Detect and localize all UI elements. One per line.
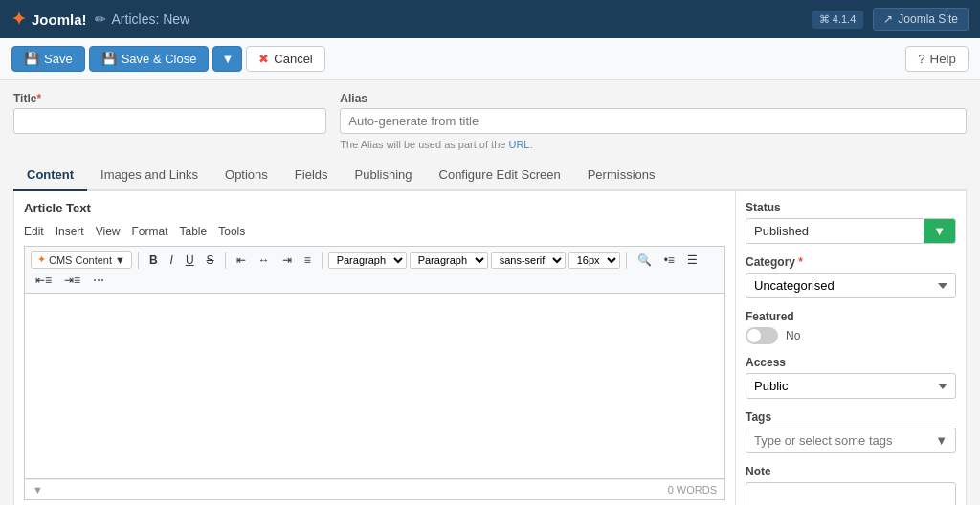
toolbar: 💾 Save 💾 Save & Close ▼ ✖ Cancel ? Help [0, 38, 980, 80]
editor-menu-edit[interactable]: Edit [24, 225, 44, 238]
editor-area-wrap: ▼ 0 WORDS [24, 293, 725, 500]
help-button[interactable]: ? Help [905, 46, 969, 72]
tab-configure-edit-screen[interactable]: Configure Edit Screen [426, 160, 574, 191]
editor-footer: ▼ 0 WORDS [24, 479, 725, 500]
alias-input[interactable] [340, 108, 967, 134]
align-center-button[interactable]: ↔ [254, 252, 275, 269]
editor-body[interactable] [24, 293, 725, 479]
bullet-list-button[interactable]: •≡ [659, 252, 679, 269]
cms-dropdown-icon: ▼ [115, 254, 125, 266]
cancel-button[interactable]: ✖ Cancel [246, 46, 324, 72]
joomla-logo-text: Joomla! [32, 11, 87, 28]
status-value: Published [746, 219, 924, 243]
joomla-flame-icon: ✦ [11, 9, 26, 30]
joomla-logo: ✦ Joomla! [11, 9, 87, 30]
note-label: Note [746, 465, 956, 478]
alias-hint: The Alias will be used as part of the UR… [340, 139, 967, 150]
editor-resize-handle: ▼ [33, 484, 43, 495]
tags-dropdown-arrow[interactable]: ▼ [927, 428, 955, 452]
editor-toolbar: ✦ CMS Content ▼ B I U S ⇤ ↔ ⇥ ≡ [24, 246, 725, 293]
cms-label: CMS Content [49, 254, 112, 266]
category-label: Category * [746, 255, 956, 269]
access-select[interactable]: Public [746, 373, 956, 399]
separator-1 [138, 252, 139, 269]
page-title: Articles: New [112, 11, 190, 27]
url-link[interactable]: URL [508, 139, 529, 150]
italic-button[interactable]: I [166, 252, 178, 269]
save-button[interactable]: 💾 Save [11, 46, 85, 72]
title-label: Title* [13, 92, 326, 105]
search-button[interactable]: 🔍 [633, 252, 657, 269]
title-input[interactable] [13, 108, 326, 134]
paragraph-format-select[interactable]: Paragraph [328, 252, 407, 269]
content-panel: Article Text Edit Insert View Format Tab… [13, 191, 967, 505]
tags-input[interactable] [746, 428, 927, 452]
underline-button[interactable]: U [181, 252, 199, 269]
outdent-button[interactable]: ⇤≡ [31, 272, 56, 289]
editor-menu-format[interactable]: Format [132, 225, 168, 238]
alias-field-group: Alias The Alias will be used as part of … [340, 92, 967, 150]
tab-permissions[interactable]: Permissions [574, 160, 669, 191]
category-select[interactable]: Uncategorised [746, 273, 956, 298]
cms-content-button[interactable]: ✦ CMS Content ▼ [31, 251, 132, 269]
cancel-icon: ✖ [258, 52, 269, 66]
access-field: Access Public [746, 356, 956, 399]
category-field: Category * Uncategorised [746, 255, 956, 298]
status-arrow-button[interactable]: ▼ [924, 219, 955, 243]
featured-value: No [786, 329, 800, 342]
align-justify-button[interactable]: ≡ [300, 252, 316, 269]
external-link-icon: ↗ [883, 12, 893, 26]
status-dropdown[interactable]: Published ▼ [746, 218, 956, 244]
editor-menu-table[interactable]: Table [180, 225, 208, 238]
save-close-button[interactable]: 💾 Save & Close [89, 46, 210, 72]
editor-menu-view[interactable]: View [96, 225, 121, 238]
help-icon: ? [918, 52, 924, 66]
top-navigation: ✦ Joomla! ✏ Articles: New ⌘ 4.1.4 ↗ Joom… [0, 0, 980, 38]
separator-3 [322, 252, 323, 269]
featured-field: Featured No [746, 310, 956, 344]
page-title-bar: ✏ Articles: New [95, 11, 190, 27]
title-alias-row: Title* Alias The Alias will be used as p… [13, 92, 967, 150]
joomla-site-button[interactable]: ↗ Joomla Site [873, 8, 969, 31]
tab-images-links[interactable]: Images and Links [87, 160, 212, 191]
right-sidebar: Status Published ▼ Category * Uncategori… [736, 191, 966, 505]
align-left-button[interactable]: ⇤ [232, 252, 251, 269]
editor-menu-insert[interactable]: Insert [56, 225, 84, 238]
tags-field: Tags ▼ [746, 410, 956, 453]
font-size-select[interactable]: 16px [568, 252, 620, 269]
tab-content[interactable]: Content [13, 160, 87, 191]
note-input[interactable] [746, 482, 956, 505]
paragraph-select-2[interactable]: Paragraph [410, 252, 488, 269]
font-family-select[interactable]: sans-serif [491, 252, 566, 269]
save-icon: 💾 [24, 52, 39, 66]
indent-button[interactable]: ⇥≡ [59, 272, 85, 289]
version-badge: ⌘ 4.1.4 [812, 11, 864, 29]
access-label: Access [746, 356, 956, 369]
tab-options[interactable]: Options [212, 160, 281, 191]
featured-label: Featured [746, 310, 956, 323]
editor-menu-tools[interactable]: Tools [218, 225, 245, 238]
main-content: Title* Alias The Alias will be used as p… [0, 80, 980, 505]
status-label: Status [746, 201, 956, 214]
article-text-heading: Article Text [24, 201, 725, 215]
note-field: Note [746, 465, 956, 505]
tab-publishing[interactable]: Publishing [342, 160, 426, 191]
ordered-list-button[interactable]: ☰ [682, 252, 702, 269]
joomla-cms-icon: ✦ [37, 253, 46, 266]
tab-fields[interactable]: Fields [281, 160, 342, 191]
word-count: 0 WORDS [668, 484, 717, 495]
bold-button[interactable]: B [145, 252, 163, 269]
save-dropdown-button[interactable]: ▼ [212, 46, 242, 72]
alias-label: Alias [340, 92, 967, 105]
title-field-group: Title* [13, 92, 326, 150]
chevron-down-icon: ▼ [221, 52, 234, 66]
align-right-button[interactable]: ⇥ [278, 252, 297, 269]
tags-input-wrapper: ▼ [746, 428, 956, 453]
save-close-icon: 💾 [101, 52, 117, 66]
more-button[interactable]: ⋯ [88, 272, 109, 289]
strikethrough-button[interactable]: S [202, 252, 219, 269]
featured-toggle[interactable] [746, 327, 778, 344]
tabs-bar: Content Images and Links Options Fields … [13, 160, 967, 191]
status-field: Status Published ▼ [746, 201, 956, 244]
separator-4 [626, 252, 627, 269]
